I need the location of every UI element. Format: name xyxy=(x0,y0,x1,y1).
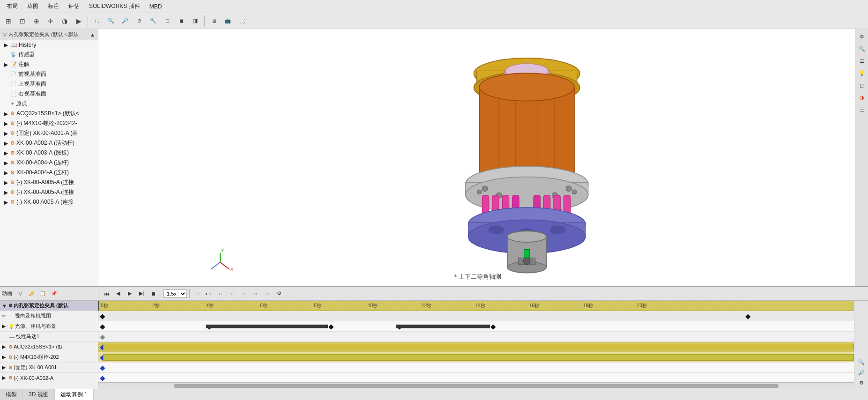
menu-annotation[interactable]: 标注 xyxy=(43,0,64,12)
tree-item-front-plane[interactable]: 📄 前视基准面 xyxy=(0,69,98,79)
tree-item-xk005b[interactable]: ▶ ⚙ (-) XK-00-A005-A (连接 xyxy=(0,187,98,197)
tree-item-xk003[interactable]: ▶ ⚙ XK-00-A003-A (胀板) xyxy=(0,148,98,158)
animation-body: ▼ ⚙ 内孔张紧定位夹具 (默认 ✏ 视向及相机视图 ▶ 💡 光源、相机与布景 xyxy=(0,301,868,389)
toolbar-more-btn[interactable]: ▶ xyxy=(72,15,85,28)
tab-3d-view[interactable]: 3D 视图 xyxy=(23,389,55,400)
anim-arrow-both1[interactable]: ↔ xyxy=(215,289,226,299)
xk004b-label: XK-00-A004-A (连杆) xyxy=(16,169,69,177)
anim-sep1 xyxy=(161,289,161,298)
toolbar-no[interactable]: ⊘ xyxy=(133,15,146,28)
tree-item-origin[interactable]: ✦ 原点 xyxy=(0,99,98,109)
anim-filter-btn[interactable]: ▽ xyxy=(15,289,25,299)
tree-item-history[interactable]: ▶ 📖 History xyxy=(0,40,98,50)
menu-mbd[interactable]: MBD xyxy=(145,1,167,12)
tab-motion-study[interactable]: 运动算例 1 xyxy=(55,389,94,400)
toolbar-view-btn[interactable]: ⊞ xyxy=(2,15,15,28)
play-stop[interactable]: ⏹ xyxy=(148,289,158,299)
toolbar-search2[interactable]: 🔎 xyxy=(119,15,132,28)
anim-arrow-right[interactable]: → xyxy=(192,289,202,299)
toolbar-settings[interactable]: 🔧 xyxy=(147,15,160,28)
tree-item-right-plane[interactable]: 📄 右视基准面 xyxy=(0,89,98,99)
anim-row-light[interactable]: ▶ 💡 光源、相机与布景 xyxy=(0,321,98,332)
history-label: History xyxy=(19,42,36,48)
timeline-ruler: 0秒 2秒 4秒 6秒 8秒 10秒 12秒 14秒 16秒 18秒 20秒 xyxy=(98,301,854,311)
origin-label: 原点 xyxy=(16,100,27,108)
diamond-cam-0[interactable] xyxy=(100,324,105,329)
anim-settings[interactable]: ⚙ xyxy=(274,289,284,299)
toolbar-box2[interactable]: ◼ xyxy=(175,15,188,28)
anim-row-m4x10[interactable]: ▶ ⚙ (-) M4X10-螺栓-202 xyxy=(0,352,98,363)
toolbar-expand[interactable]: ⛶ xyxy=(235,15,248,28)
diamond-m4x10[interactable] xyxy=(100,365,105,370)
animation-timeline[interactable]: 0秒 2秒 4秒 6秒 8秒 10秒 12秒 14秒 16秒 18秒 20秒 xyxy=(98,301,854,389)
tree-item-annotation[interactable]: ▶ 📝 注解 xyxy=(0,59,98,69)
app-window: 布局 草图 标注 评估 SOLIDWORKS 插件 MBD ⊞ ⊡ ⊕ ✛ ◑ … xyxy=(0,0,868,400)
annotation-label: 注解 xyxy=(18,60,30,68)
toolbar-box1[interactable]: ◻ xyxy=(161,15,174,28)
tree-item-acq[interactable]: ▶ ⚙ ACQ32x15SB<1> (默认< xyxy=(0,109,98,119)
anim-copy-btn[interactable]: 📋 xyxy=(37,289,48,299)
tree-item-xk005c[interactable]: ▶ ⚙ (-) XK-00 A005-A (连接 xyxy=(0,197,98,207)
anim-row-motor[interactable]: — 线性马达1 xyxy=(0,332,98,342)
toolbar-fit-btn[interactable]: ⊡ xyxy=(16,15,29,28)
timeline-playhead[interactable] xyxy=(98,301,99,311)
play-btn[interactable]: ▶ xyxy=(125,289,135,299)
anim-row-xk002-anim[interactable]: ▶ ⚙ (-) XK-00-A002-A xyxy=(0,373,98,383)
toolbar-box3[interactable]: ◨ xyxy=(189,15,202,28)
play-goto-start[interactable]: ⏮ xyxy=(101,289,111,299)
toolbar-monitor[interactable]: 🖥 xyxy=(207,15,220,28)
anim-arrow-both2[interactable]: ↔ xyxy=(227,289,237,299)
anim-arrow-both4[interactable]: ↔ xyxy=(251,289,261,299)
tree-item-xk001[interactable]: ▶ ⚙ (固定) XK-00-A001-A (基 xyxy=(0,128,98,138)
tree-item-xk004b[interactable]: ▶ ⚙ XK-00-A004-A (连杆) xyxy=(0,168,98,178)
tree-item-xk005a[interactable]: ▶ ⚙ (-) XK-00-A005-A (连接 xyxy=(0,178,98,187)
menu-solidworks-plugin[interactable]: SOLIDWORKS 插件 xyxy=(84,0,145,12)
anim-arrow-both5[interactable]: ↔ xyxy=(262,289,273,299)
menu-evaluate[interactable]: 评估 xyxy=(64,0,84,12)
diamond-cam-4[interactable] xyxy=(490,324,496,329)
tl-row-camera xyxy=(98,321,854,332)
toolbar-search1[interactable]: 🔍 xyxy=(104,15,118,28)
collapse-icon[interactable]: ▲ xyxy=(90,32,95,37)
svg-rect-48 xyxy=(98,301,754,311)
tree-item-xk004a[interactable]: ▶ ⚙ XK-00-A004-A (连杆) xyxy=(0,158,98,168)
anim-main-label: 内孔张紧定位夹具 (默认 xyxy=(14,302,68,309)
tree-item-xk002[interactable]: ▶ ⚙ XK-00-A002-A (活动杆) xyxy=(0,138,98,148)
anim-arrow-dot[interactable]: •→ xyxy=(204,289,214,299)
scrollbar-thumb[interactable] xyxy=(174,384,778,388)
filter-icon[interactable]: ▽ xyxy=(3,31,7,37)
anim-row-main[interactable]: ▼ ⚙ 内孔张紧定位夹具 (默认 xyxy=(0,301,98,311)
front-plane-icon: 📄 xyxy=(10,71,17,77)
tree-item-top-plane[interactable]: 📄 上视基准面 xyxy=(0,79,98,89)
anim-paste-btn[interactable]: 📌 xyxy=(49,289,59,299)
diamond-xk001[interactable] xyxy=(100,376,105,381)
play-prev[interactable]: ◀ xyxy=(113,289,123,299)
play-next[interactable]: ▶| xyxy=(136,289,147,299)
3d-viewport[interactable]: Y X ＊上下二等角轴测 xyxy=(98,29,855,286)
toolbar-arrow-up[interactable]: ↑↓ xyxy=(90,15,104,28)
menu-layout[interactable]: 布局 xyxy=(2,0,22,12)
anim-row-xk001-anim[interactable]: ▶ ⚙ (固定) XK-00-A001- xyxy=(0,363,98,373)
menu-sketch[interactable]: 草图 xyxy=(22,0,43,12)
anim-key-btn[interactable]: 🔑 xyxy=(26,289,37,299)
diamond-light-start[interactable] xyxy=(100,334,105,340)
tree-item-sensor[interactable]: 📡 传感器 xyxy=(0,50,98,59)
tab-model[interactable]: 模型 xyxy=(0,389,23,400)
diamond-main-end[interactable] xyxy=(745,314,750,319)
timeline-scrollbar[interactable] xyxy=(98,382,854,389)
anim-row-camera[interactable]: ✏ 视向及相机视图 xyxy=(0,311,98,321)
xk005a-label: (-) XK-00-A005-A (连接 xyxy=(16,178,74,186)
tree-item-m4x10[interactable]: ▶ ⚙ (-) M4X10-螺栓-202342- xyxy=(0,119,98,128)
speed-select[interactable]: 0.5x 1x 1.5x 2x 4x xyxy=(163,289,187,298)
anim-arrow-both3[interactable]: ↔ xyxy=(239,289,249,299)
toolbar-color-btn[interactable]: ◑ xyxy=(58,15,71,28)
toolbar-zoom-btn[interactable]: ⊕ xyxy=(30,15,43,28)
anim-row-acq[interactable]: ▶ ⚙ ACQ32x15SB<1> (默 xyxy=(0,342,98,352)
toolbar-cross-btn[interactable]: ✛ xyxy=(44,15,57,28)
anim-camera-label: 视向及相机视图 xyxy=(15,312,51,319)
left-panel: ▽ 内孔张紧定位夹具 (默认＜默认 ▲ ▶ 📖 History 📡 xyxy=(0,29,98,286)
diamond-cam-2[interactable] xyxy=(328,324,334,329)
bottom-tabs: 模型 3D 视图 运动算例 1 xyxy=(0,389,868,400)
toolbar-screen[interactable]: 📺 xyxy=(221,15,234,28)
diamond-main-start[interactable] xyxy=(100,314,105,319)
